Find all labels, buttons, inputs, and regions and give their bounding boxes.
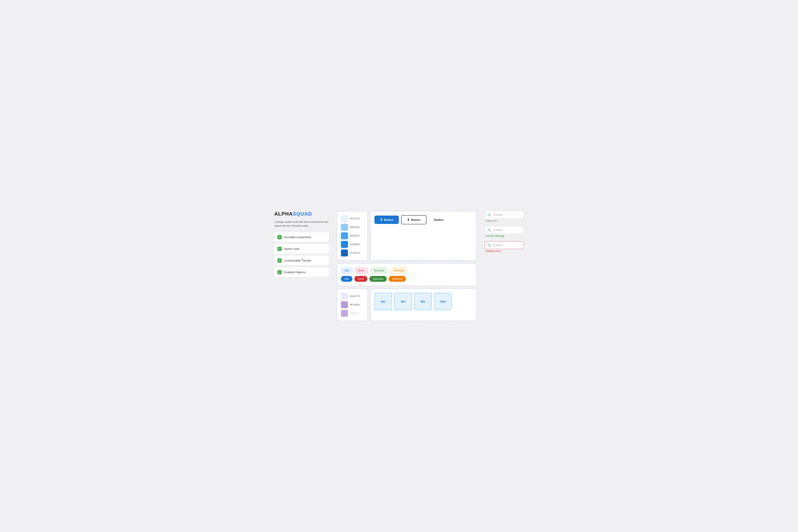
swatch-purple-ede7f6: [341, 293, 348, 300]
chip-filled-success[interactable]: Success: [369, 276, 387, 282]
textfield-box-default[interactable]: 🔍 Textfield: [485, 211, 524, 219]
chip-outlined-error[interactable]: Error: [355, 267, 368, 273]
primary-button-label: Button: [384, 218, 393, 222]
chip-outlined-info[interactable]: Info: [341, 267, 353, 273]
chips-outlined-row: InfoErrorSuccessWarning: [341, 267, 472, 273]
color-row-purple-7e57c2: #7e57c2: [341, 310, 364, 317]
radius-panel: 0px4px8px12px: [370, 288, 477, 321]
check-icon-reusable: [277, 235, 282, 239]
swatch-1565C0: [341, 249, 348, 256]
top-row: #e3f2fd #90CAF9 #42A5F5 #1E88E5 #1565C0 …: [337, 211, 477, 261]
right-panel: 🔍 Textfield Helper text 🔍 Textfield Succ…: [485, 211, 524, 252]
color-hex: #1E88E5: [350, 243, 360, 246]
download-icon: ⬇: [380, 218, 383, 222]
text-button-label: Button: [434, 218, 444, 222]
textfield-helper-default: Helper text: [485, 220, 524, 222]
radius-box-4: 4px: [394, 293, 412, 310]
color-hex-purple: #7e57c2: [350, 312, 360, 315]
logo: ALPHASQUAD: [274, 211, 329, 217]
feature-list: Reusable components Atomic Units Customi…: [274, 232, 329, 277]
feature-label-atomic: Atomic Units: [284, 247, 299, 250]
chip-filled-warning[interactable]: Warning: [389, 276, 406, 282]
check-icon-themes: [277, 259, 282, 263]
textfield-helper-error: Validation Error: [485, 250, 524, 252]
feature-label-patterns: Scalable Patterns: [284, 271, 305, 274]
chip-filled-error[interactable]: Error: [354, 276, 368, 282]
radius-row: 0px4px8px12px: [374, 293, 472, 310]
outlined-button[interactable]: ⬇ Button: [401, 215, 426, 224]
buttons-panel: ⬇ Button ⬇ Button Button: [370, 211, 477, 261]
feature-label-reusable: Reusable components: [284, 235, 311, 239]
color-hex-purple: #b39ddb: [350, 303, 360, 306]
chip-filled-info[interactable]: Info: [341, 276, 352, 282]
radius-box-8: 8px: [414, 293, 432, 310]
textfield-box-success[interactable]: 🔍 Textfield: [485, 226, 524, 234]
center-panels: #e3f2fd #90CAF9 #42A5F5 #1E88E5 #1565C0 …: [337, 211, 477, 321]
color-row-90CAF9: #90CAF9: [341, 224, 364, 231]
swatch-purple-7e57c2: [341, 310, 348, 317]
check-icon-atomic: [277, 247, 282, 251]
primary-button[interactable]: ⬇ Button: [374, 215, 399, 224]
search-icon-success: 🔍: [487, 228, 491, 232]
check-icon-patterns: [277, 270, 282, 274]
swatch-1E88E5: [341, 241, 348, 248]
outlined-button-label: Button: [411, 218, 421, 222]
color-hex-purple: #ede7f6: [350, 295, 360, 298]
page-container: ALPHASQUAD A design system built with MU…: [274, 211, 524, 321]
feature-item-patterns: Scalable Patterns: [274, 267, 329, 277]
textfield-placeholder-default: Textfield: [493, 213, 502, 216]
textfield-placeholder-error: Textfield: [493, 244, 502, 247]
download-icon-2: ⬇: [407, 218, 409, 222]
textfield-wrapper-error: 🔍 Textfield Validation Error: [485, 241, 524, 252]
logo-alpha: ALPHA: [274, 211, 293, 217]
color-hex: #42A5F5: [350, 234, 360, 237]
color-row-42A5F5: #42A5F5: [341, 232, 364, 239]
color-row-purple-b39ddb: #b39ddb: [341, 301, 364, 308]
blue-colors-panel: #e3f2fd #90CAF9 #42A5F5 #1E88E5 #1565C0: [337, 211, 368, 261]
color-hex: #90CAF9: [350, 226, 360, 229]
feature-item-reusable: Reusable components: [274, 232, 329, 242]
color-hex: #e3f2fd: [350, 217, 360, 220]
chips-filled-row: InfoErrorSuccessWarning: [341, 276, 472, 282]
textfield-wrapper-default: 🔍 Textfield Helper text: [485, 211, 524, 222]
textfield-placeholder-success: Textfield: [493, 228, 502, 231]
tagline: A design system built with MUI component…: [274, 220, 329, 228]
left-panel: ALPHASQUAD A design system built with MU…: [274, 211, 329, 277]
buttons-row: ⬇ Button ⬇ Button Button: [374, 215, 472, 224]
radius-box-0: 0px: [374, 293, 392, 310]
purple-colors-panel: #ede7f6 #b39ddb #7e57c2: [337, 288, 368, 321]
feature-item-themes: Customizable Themes: [274, 256, 329, 265]
search-icon-default: 🔍: [487, 213, 491, 216]
color-row-purple-ede7f6: #ede7f6: [341, 293, 364, 300]
swatch-90CAF9: [341, 224, 348, 231]
feature-label-themes: Customizable Themes: [284, 259, 311, 262]
textfield-wrapper-success: 🔍 Textfield Success Message: [485, 226, 524, 238]
chips-panel: InfoErrorSuccessWarning InfoErrorSuccess…: [337, 263, 477, 286]
color-row-1E88E5: #1E88E5: [341, 241, 364, 248]
chip-outlined-warning[interactable]: Warning: [390, 267, 407, 273]
swatch-42A5F5: [341, 232, 348, 239]
bottom-row: #ede7f6 #b39ddb #7e57c2 0px4px8px12px: [337, 288, 477, 321]
textfield-helper-success: Success Message: [485, 235, 524, 238]
radius-box-12: 12px: [434, 293, 451, 310]
feature-item-atomic: Atomic Units: [274, 244, 329, 254]
swatch-e3f2fd: [341, 215, 348, 222]
logo-squad: SQUAD: [293, 211, 312, 217]
chip-outlined-success[interactable]: Success: [370, 267, 388, 273]
search-icon-error: 🔍: [487, 243, 491, 247]
color-row-e3f2fd: #e3f2fd: [341, 215, 364, 222]
text-button[interactable]: Button: [429, 216, 449, 224]
color-hex: #1565C0: [350, 252, 360, 254]
color-row-1565C0: #1565C0: [341, 249, 364, 256]
textfield-box-error[interactable]: 🔍 Textfield: [485, 241, 524, 249]
swatch-purple-b39ddb: [341, 301, 348, 308]
